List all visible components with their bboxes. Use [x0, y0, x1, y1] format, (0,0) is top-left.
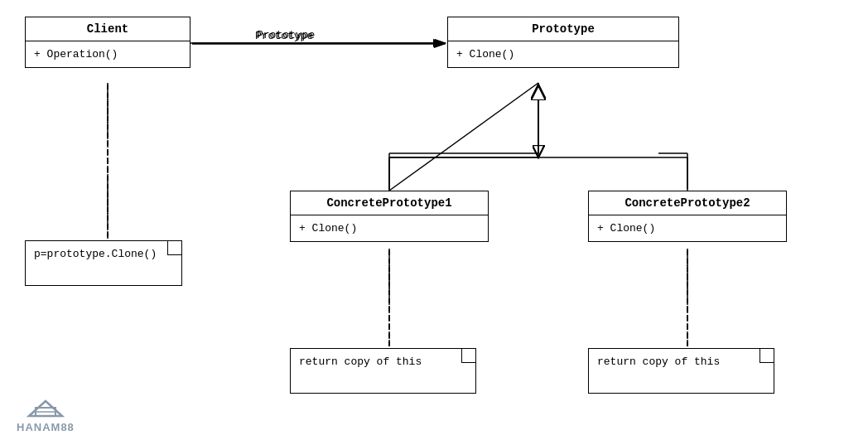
association-label: Prototype	[257, 29, 315, 41]
clone2-note-text: return copy of this	[597, 356, 720, 368]
svg-text:Prototype: Prototype	[255, 30, 313, 42]
uml-diagram: Client + Operation() Prototype + Clone()…	[0, 0, 868, 445]
concrete2-body: + Clone()	[589, 215, 786, 241]
client-body: + Operation()	[26, 41, 190, 67]
concrete1-box: ConcretePrototype1 + Clone()	[290, 191, 489, 242]
client-box: Client + Operation()	[25, 17, 190, 68]
prototype-header: Prototype	[448, 17, 678, 41]
logo-text: HANAM88	[17, 421, 75, 433]
svg-line-4	[389, 83, 538, 191]
logo-icon	[26, 396, 65, 419]
clone1-note-text: return copy of this	[299, 356, 422, 368]
clone1-note: return copy of this	[290, 348, 476, 394]
client-note: p=prototype.Clone()	[25, 240, 182, 286]
prototype-box: Prototype + Clone()	[447, 17, 679, 68]
concrete1-header: ConcretePrototype1	[291, 191, 488, 215]
concrete1-body: + Clone()	[291, 215, 488, 241]
clone2-note: return copy of this	[588, 348, 774, 394]
concrete2-box: ConcretePrototype2 + Clone()	[588, 191, 787, 242]
concrete2-header: ConcretePrototype2	[589, 191, 786, 215]
client-note-text: p=prototype.Clone()	[34, 248, 157, 260]
prototype-body: + Clone()	[448, 41, 678, 67]
logo: HANAM88	[17, 396, 75, 433]
client-header: Client	[26, 17, 190, 41]
